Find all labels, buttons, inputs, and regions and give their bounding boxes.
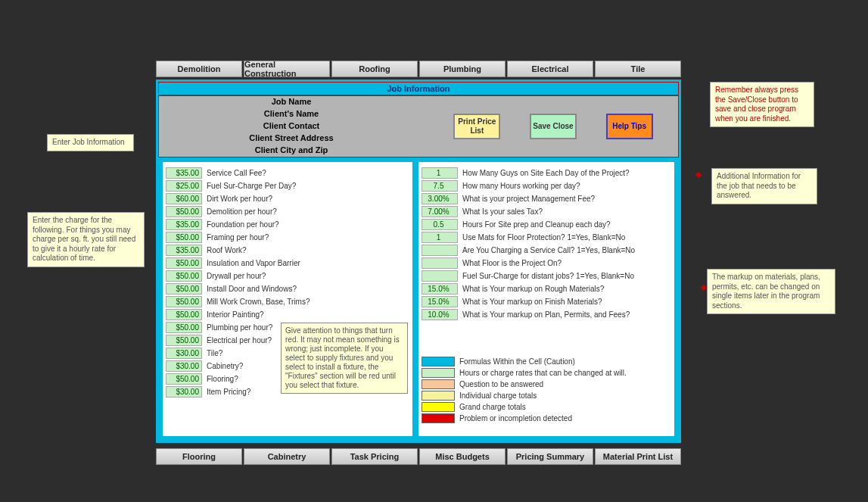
tab-plumbing[interactable]: Plumbing [419, 61, 506, 77]
rate-row: $60.00Dirt Work per hour? [166, 192, 409, 205]
question-label: What Is your sales Tax? [462, 207, 671, 216]
legend-row: Problem or incompletion detected [422, 413, 671, 424]
legend-row: Question to be answered [422, 379, 671, 390]
question-row: 15.0%What is Your markup on Finish Mater… [422, 295, 671, 308]
question-row: 3.00%What is your project Management Fee… [422, 192, 671, 205]
tab-roofing[interactable]: Roofing [331, 61, 418, 77]
save-close-button[interactable]: Save Close [530, 114, 577, 139]
question-label: How many Hours working per day? [462, 182, 671, 190]
legend-row: Grand charge totals [422, 401, 671, 413]
tab-general-construction[interactable]: General Construction [244, 61, 330, 77]
tab-electrical[interactable]: Electrical [507, 61, 593, 77]
question-row: 10.0%What is Your markup on Plan, Permit… [422, 308, 671, 321]
tab-demolition[interactable]: Demolition [156, 61, 242, 77]
rate-value[interactable]: $60.00 [166, 193, 202, 204]
rate-value[interactable]: $50.00 [166, 257, 202, 269]
question-value[interactable]: 15.0% [422, 296, 458, 307]
arrow-marker [701, 285, 707, 291]
legend-text: Problem or incompletion detected [459, 414, 671, 422]
rate-row: $50.00Drywall per hour? [166, 270, 409, 282]
question-row: 7.00%What Is your sales Tax? [422, 205, 671, 218]
question-value[interactable]: 0.5 [422, 219, 458, 230]
question-label: Use Mats for Floor Protection? 1=Yes, Bl… [462, 233, 671, 242]
callout-additional: Additional Information for the job that … [711, 168, 817, 204]
help-tips-button[interactable]: Help Tips [606, 114, 653, 139]
question-label: What Floor is the Project On? [462, 259, 671, 267]
main-panel: Job Information Job Name Client's Name C… [156, 80, 681, 443]
rate-label: Fuel Sur-Charge Per Day? [207, 182, 409, 190]
rate-value[interactable]: $50.00 [166, 270, 202, 282]
question-label: How Many Guys on Site Each Day of the Pr… [462, 169, 671, 177]
question-value[interactable] [422, 245, 458, 256]
question-label: Hours For Site prep and Cleanup each day… [462, 220, 671, 229]
rate-value[interactable]: $50.00 [166, 283, 202, 295]
question-row: What Floor is the Project On? [422, 257, 671, 270]
rate-value[interactable]: $35.00 [166, 219, 202, 230]
question-value[interactable]: 7.5 [422, 180, 458, 192]
rate-row: $50.00Framing per hour? [166, 231, 409, 244]
left-column: $35.00Service Call Fee?$25.00Fuel Sur-Ch… [161, 161, 414, 438]
rate-row: $50.00Interior Painting? [166, 308, 409, 321]
rate-value[interactable]: $50.00 [166, 322, 202, 333]
tab-misc-budgets[interactable]: Misc Budgets [419, 448, 506, 465]
rate-value[interactable]: $50.00 [166, 335, 202, 346]
callout-remember: Remember always press the Save/Close but… [710, 82, 814, 127]
label-job-name: Job Name [272, 96, 312, 108]
rate-label: Insulation and Vapor Barrier [207, 259, 409, 267]
body-area: $35.00Service Call Fee?$25.00Fuel Sur-Ch… [158, 157, 679, 441]
question-value[interactable]: 1 [422, 167, 458, 179]
legend-row: Individual charge totals [422, 390, 671, 401]
rate-value[interactable]: $50.00 [166, 232, 202, 243]
legend-text: Hours or charge rates that can be change… [459, 369, 671, 377]
tab-cabinetry[interactable]: Cabinetry [244, 448, 330, 465]
legend-text: Grand charge totals [459, 403, 671, 411]
rate-value[interactable]: $50.00 [166, 373, 202, 385]
rate-value[interactable]: $35.00 [166, 245, 202, 256]
tab-pricing-summary[interactable]: Pricing Summary [507, 448, 593, 465]
rate-row: $50.00Demolition per hour? [166, 205, 409, 218]
tab-material-print-list[interactable]: Material Print List [595, 448, 681, 465]
rate-value[interactable]: $50.00 [166, 296, 202, 307]
tab-tile[interactable]: Tile [595, 61, 681, 77]
tab-flooring[interactable]: Flooring [156, 448, 242, 465]
top-tab-row: Demolition General Construction Roofing … [156, 61, 681, 77]
rate-row: $35.00Roof Work? [166, 244, 409, 257]
question-value[interactable]: 15.0% [422, 283, 458, 295]
rate-value[interactable]: $50.00 [166, 309, 202, 320]
question-value[interactable]: 3.00% [422, 193, 458, 204]
header-labels: Job Name Client's Name Client Contact Cl… [159, 96, 424, 157]
question-value[interactable]: 1 [422, 232, 458, 243]
question-value[interactable] [422, 257, 458, 269]
rate-value[interactable]: $30.00 [166, 360, 202, 372]
question-row: 7.5How many Hours working per day? [422, 179, 671, 192]
question-row: 0.5Hours For Site prep and Cleanup each … [422, 218, 671, 231]
rate-value[interactable]: $50.00 [166, 206, 202, 217]
question-row: Are You Charging a Service Call? 1=Yes, … [422, 244, 671, 257]
label-client-city-zip: Client City and Zip [255, 145, 328, 157]
rate-value[interactable]: $30.00 [166, 386, 202, 398]
question-value[interactable]: 7.00% [422, 206, 458, 217]
rate-value[interactable]: $30.00 [166, 348, 202, 359]
rate-label: Roof Work? [207, 246, 409, 254]
rate-value[interactable]: $35.00 [166, 167, 202, 179]
question-row: 15.0%What is Your markup on Rough Materi… [422, 282, 671, 295]
legend-swatch [422, 379, 455, 389]
rate-row: $35.00Service Call Fee? [166, 167, 409, 179]
question-label: What is Your markup on Plan, Permits, an… [462, 310, 671, 319]
legend-row: Hours or charge rates that can be change… [422, 367, 671, 379]
tab-task-pricing[interactable]: Task Pricing [331, 448, 418, 465]
arrow-marker [695, 172, 702, 178]
question-value[interactable]: 10.0% [422, 309, 458, 320]
rate-label: Framing per hour? [207, 233, 409, 242]
legend-swatch [422, 357, 455, 366]
rate-label: Foundation per hour? [207, 220, 409, 229]
rate-value[interactable]: $25.00 [166, 180, 202, 192]
label-client-street: Client Street Address [249, 133, 333, 145]
legend-text: Question to be answered [459, 380, 671, 388]
question-label: What is Your markup on Finish Materials? [462, 298, 671, 306]
callout-enter-job: Enter Job Information [47, 134, 134, 151]
question-value[interactable] [422, 270, 458, 282]
print-price-list-button[interactable]: Print Price List [453, 114, 500, 139]
hint-attention: Give attention to things that turn red. … [281, 323, 408, 394]
header-area: Job Name Client's Name Client Contact Cl… [158, 95, 679, 157]
